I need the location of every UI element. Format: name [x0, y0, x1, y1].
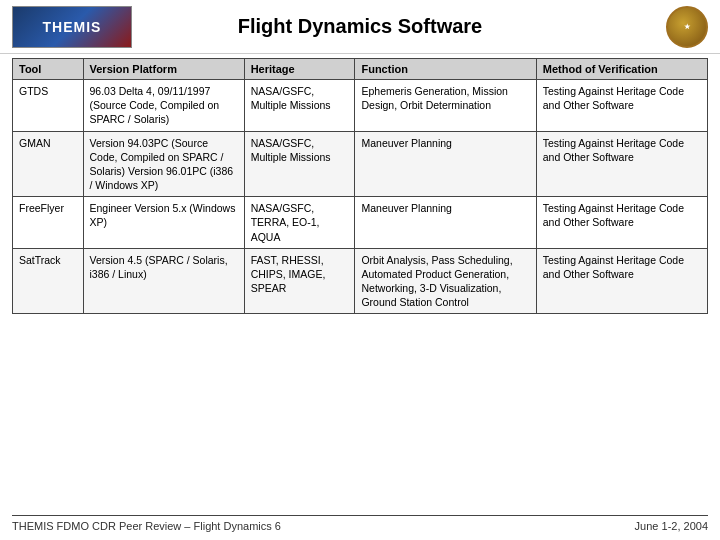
main-table-container: Tool Version Platform Heritage Function …: [0, 54, 720, 318]
cell-version: 96.03 Delta 4, 09/11/1997 (Source Code, …: [83, 80, 244, 132]
footer-left: THEMIS FDMO CDR Peer Review – Flight Dyn…: [12, 520, 281, 532]
table-row: GTDS96.03 Delta 4, 09/11/1997 (Source Co…: [13, 80, 708, 132]
cell-function: Maneuver Planning: [355, 197, 536, 249]
cell-version: Version 4.5 (SPARC / Solaris, i386 / Lin…: [83, 248, 244, 314]
cell-method: Testing Against Heritage Code and Other …: [536, 197, 707, 249]
col-header-method: Method of Verification: [536, 59, 707, 80]
badge-area: ★: [666, 6, 708, 48]
cell-tool: FreeFlyer: [13, 197, 84, 249]
cell-function: Orbit Analysis, Pass Scheduling, Automat…: [355, 248, 536, 314]
logo-area: THEMIS: [12, 6, 132, 48]
table-row: GMANVersion 94.03PC (Source Code, Compil…: [13, 131, 708, 197]
themis-logo: THEMIS: [12, 6, 132, 48]
cell-heritage: NASA/GSFC, Multiple Missions: [244, 80, 355, 132]
table-row: SatTrackVersion 4.5 (SPARC / Solaris, i3…: [13, 248, 708, 314]
cell-function: Maneuver Planning: [355, 131, 536, 197]
cell-tool: GMAN: [13, 131, 84, 197]
cell-method: Testing Against Heritage Code and Other …: [536, 248, 707, 314]
cell-heritage: NASA/GSFC, Multiple Missions: [244, 131, 355, 197]
cell-tool: SatTrack: [13, 248, 84, 314]
cell-version: Engineer Version 5.x (Windows XP): [83, 197, 244, 249]
cell-method: Testing Against Heritage Code and Other …: [536, 80, 707, 132]
col-header-version: Version Platform: [83, 59, 244, 80]
cell-version: Version 94.03PC (Source Code, Compiled o…: [83, 131, 244, 197]
page-footer: THEMIS FDMO CDR Peer Review – Flight Dyn…: [12, 515, 708, 532]
table-row: FreeFlyerEngineer Version 5.x (Windows X…: [13, 197, 708, 249]
cell-function: Ephemeris Generation, Mission Design, Or…: [355, 80, 536, 132]
page-header: THEMIS Flight Dynamics Software ★: [0, 0, 720, 54]
data-table: Tool Version Platform Heritage Function …: [12, 58, 708, 314]
logo-text: THEMIS: [43, 19, 102, 35]
cell-tool: GTDS: [13, 80, 84, 132]
table-header-row: Tool Version Platform Heritage Function …: [13, 59, 708, 80]
col-header-heritage: Heritage: [244, 59, 355, 80]
col-header-function: Function: [355, 59, 536, 80]
cell-heritage: NASA/GSFC, TERRA, EO-1, AQUA: [244, 197, 355, 249]
page-title: Flight Dynamics Software: [238, 15, 483, 38]
footer-right: June 1-2, 2004: [635, 520, 708, 532]
col-header-tool: Tool: [13, 59, 84, 80]
cell-heritage: FAST, RHESSI, CHIPS, IMAGE, SPEAR: [244, 248, 355, 314]
badge-icon: ★: [666, 6, 708, 48]
cell-method: Testing Against Heritage Code and Other …: [536, 131, 707, 197]
